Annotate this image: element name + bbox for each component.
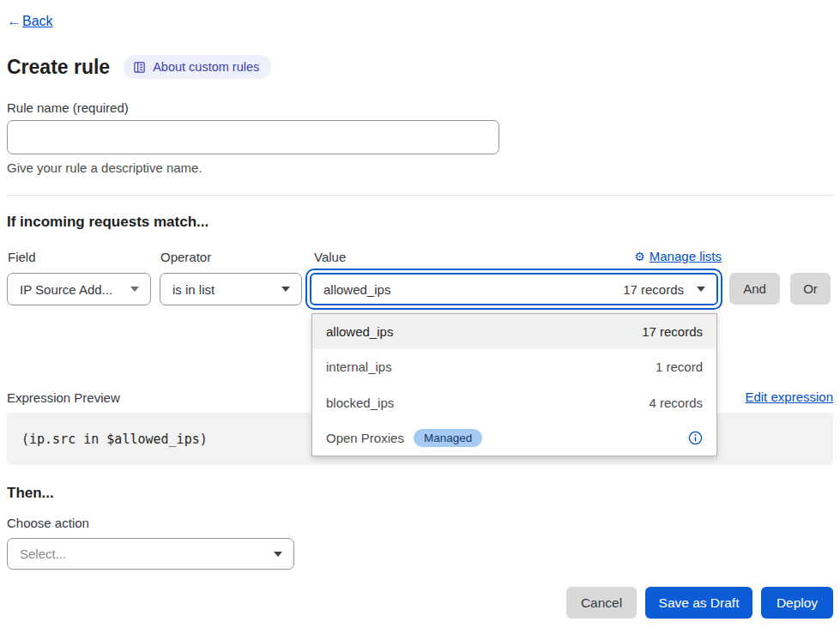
value-label: Value [314, 250, 346, 264]
value-select-count: 17 records [623, 282, 684, 297]
and-button[interactable]: And [729, 273, 780, 305]
edit-expression-link[interactable]: Edit expression [745, 389, 833, 404]
chevron-down-icon [281, 287, 290, 292]
list-name: Open Proxies [326, 431, 404, 445]
save-as-draft-button[interactable]: Save as Draft [645, 587, 752, 619]
book-icon [133, 61, 146, 74]
choose-action-label: Choose action [7, 516, 89, 530]
info-icon[interactable] [688, 431, 703, 445]
or-button[interactable]: Or [790, 273, 831, 305]
back-link-label: Back [22, 14, 53, 29]
about-custom-rules-link[interactable]: About custom rules [124, 55, 271, 79]
value-select-name: allowed_ips [323, 282, 390, 297]
operator-label: Operator [160, 250, 211, 264]
section-divider [7, 195, 833, 196]
field-select[interactable]: IP Source Add... [7, 273, 151, 305]
manage-lists-link[interactable]: ⚙ Manage lists [616, 249, 722, 263]
rule-name-label: Rule name (required) [7, 100, 129, 115]
rule-name-input[interactable] [7, 120, 499, 154]
list-name: internal_ips [326, 359, 392, 374]
field-label: Field [8, 250, 36, 264]
deploy-button[interactable]: Deploy [761, 587, 833, 619]
list-record-count: 1 record [656, 359, 703, 374]
rule-name-helper-text: Give your rule a descriptive name. [7, 160, 202, 175]
list-record-count: 17 records [642, 324, 703, 339]
manage-lists-label: Manage lists [650, 249, 722, 263]
list-record-count: 4 records [649, 395, 703, 410]
cancel-button[interactable]: Cancel [566, 587, 637, 619]
match-section-heading: If incoming requests match... [7, 214, 208, 231]
operator-select-value: is in list [172, 282, 215, 297]
action-select-placeholder: Select... [20, 546, 66, 561]
dropdown-item-allowed-ips[interactable]: allowed_ips 17 records [312, 314, 716, 349]
list-name: allowed_ips [326, 324, 393, 339]
back-arrow-icon: ← [7, 13, 21, 30]
dropdown-item-internal-ips[interactable]: internal_ips 1 record [312, 349, 716, 384]
chevron-down-icon [697, 287, 705, 292]
page-title: Create rule [7, 56, 110, 79]
action-select[interactable]: Select... [7, 538, 294, 570]
dropdown-item-open-proxies[interactable]: Open Proxies Managed [312, 420, 716, 456]
about-custom-rules-label: About custom rules [153, 60, 259, 74]
then-section-heading: Then... [7, 485, 54, 502]
page-header: Create rule About custom rules [7, 55, 271, 79]
gear-icon: ⚙ [634, 250, 645, 263]
value-select[interactable]: allowed_ips 17 records [310, 273, 718, 305]
chevron-down-icon [130, 287, 139, 292]
chevron-down-icon [274, 552, 282, 557]
list-name: blocked_ips [326, 395, 394, 410]
value-dropdown-menu: allowed_ips 17 records internal_ips 1 re… [311, 313, 717, 456]
create-rule-page: ← Back Create rule About custom rules Ru… [0, 0, 840, 634]
operator-select[interactable]: is in list [160, 273, 302, 305]
managed-badge: Managed [414, 429, 482, 447]
field-select-value: IP Source Add... [20, 282, 112, 297]
expression-preview-label: Expression Preview [7, 390, 120, 405]
dropdown-item-blocked-ips[interactable]: blocked_ips 4 records [312, 385, 716, 420]
back-link[interactable]: ← Back [7, 13, 53, 30]
value-select-focus-ring: allowed_ips 17 records [305, 269, 722, 310]
